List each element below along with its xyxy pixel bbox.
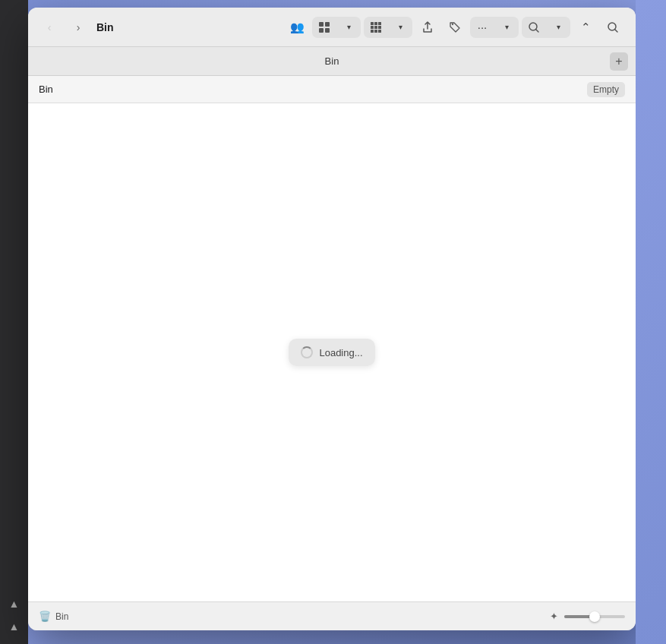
loading-text: Loading... xyxy=(319,347,362,358)
svg-rect-11 xyxy=(374,30,377,33)
empty-button[interactable]: Empty xyxy=(587,82,625,97)
finder-window: ‹ › Bin 👥 ▾ xyxy=(28,8,636,630)
tag-button[interactable] xyxy=(443,17,467,38)
view-switcher: ▾ xyxy=(312,17,361,38)
status-bar: 🗑️ Bin ✦ xyxy=(28,601,636,630)
people-icon: 👥 xyxy=(290,21,305,34)
right-background xyxy=(636,0,666,644)
svg-rect-8 xyxy=(374,26,377,29)
tab-bar: Bin + xyxy=(28,47,636,76)
expand-icon: ⌃ xyxy=(581,21,591,34)
tab-bin[interactable]: Bin xyxy=(313,55,352,67)
gallery-chevron-button[interactable]: ▾ xyxy=(388,17,412,38)
svg-rect-12 xyxy=(378,30,381,33)
svg-line-16 xyxy=(615,29,618,32)
svg-rect-7 xyxy=(371,26,374,29)
content-header: Bin Empty xyxy=(28,76,636,103)
zoom-chevron-button[interactable]: ▾ xyxy=(546,17,570,38)
back-button[interactable]: ‹ xyxy=(39,17,60,38)
more-icon: ··· xyxy=(478,21,488,33)
eject-icon-2: ▲ xyxy=(9,620,20,633)
gallery-icon xyxy=(370,21,382,33)
search-button[interactable] xyxy=(601,17,625,38)
zoom-button[interactable] xyxy=(522,17,546,38)
loading-spinner xyxy=(301,346,313,358)
location-label: Bin xyxy=(55,611,68,622)
zoom-slider-thumb xyxy=(589,611,600,622)
svg-line-14 xyxy=(536,29,539,32)
svg-rect-10 xyxy=(371,30,374,33)
chevron-icon: ▾ xyxy=(347,23,351,31)
content-title: Bin xyxy=(39,84,587,95)
gallery-view-button[interactable] xyxy=(364,17,388,38)
status-bar-right: ✦ xyxy=(550,611,625,622)
expand-button[interactable]: ⌃ xyxy=(573,17,598,38)
trash-icon: 🗑️ xyxy=(39,611,51,622)
share-icon xyxy=(421,21,434,33)
sidebar-icon-2[interactable]: ▲ xyxy=(6,618,23,635)
more-button[interactable]: ··· xyxy=(470,17,494,38)
toolbar-icons: 👥 ▾ xyxy=(285,17,625,38)
back-icon: ‹ xyxy=(48,21,52,33)
svg-rect-5 xyxy=(374,22,377,25)
forward-icon: › xyxy=(77,21,80,33)
zoom-slider[interactable] xyxy=(564,615,625,618)
status-bar-left: 🗑️ Bin xyxy=(39,611,550,622)
tag-icon xyxy=(449,21,461,33)
sidebar-icon-1[interactable]: ▲ xyxy=(6,595,23,612)
svg-rect-0 xyxy=(319,22,324,27)
title-bar: ‹ › Bin 👥 ▾ xyxy=(28,8,636,47)
grid-icon xyxy=(318,21,330,33)
grid-view-button[interactable] xyxy=(312,17,336,38)
svg-rect-4 xyxy=(371,22,374,25)
loading-indicator: Loading... xyxy=(289,339,374,366)
view-chevron-button[interactable]: ▾ xyxy=(336,17,361,38)
search-icon xyxy=(607,21,619,33)
share-button[interactable] xyxy=(415,17,440,38)
gallery-chevron-icon: ▾ xyxy=(399,23,402,31)
more-chevron-button[interactable]: ▾ xyxy=(494,17,519,38)
svg-rect-9 xyxy=(378,26,381,29)
svg-rect-6 xyxy=(378,22,381,25)
more-group: ··· ▾ xyxy=(470,17,519,38)
zoom-group: ▾ xyxy=(522,17,570,38)
more-chevron-icon: ▾ xyxy=(505,23,509,31)
content-area: Loading... xyxy=(28,103,636,601)
sidebar-left: ▲ ▲ xyxy=(0,0,28,644)
window-title: Bin xyxy=(96,21,277,33)
svg-rect-1 xyxy=(325,22,330,27)
add-tab-button[interactable]: + xyxy=(610,52,628,71)
zoom-icon xyxy=(528,21,540,33)
gallery-switcher: ▾ xyxy=(364,17,412,38)
svg-rect-3 xyxy=(325,28,330,33)
svg-rect-2 xyxy=(319,28,324,33)
zoom-chevron-icon: ▾ xyxy=(557,23,560,31)
forward-button[interactable]: › xyxy=(68,17,89,38)
people-button[interactable]: 👥 xyxy=(285,17,309,38)
brightness-icon: ✦ xyxy=(550,611,558,622)
eject-icon-1: ▲ xyxy=(9,598,20,610)
